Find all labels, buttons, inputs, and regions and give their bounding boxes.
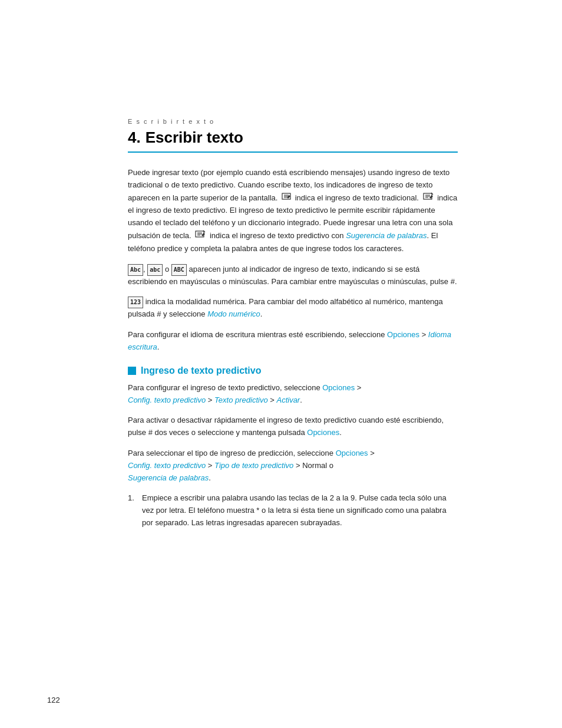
predictive-paragraph-2: Para activar o desactivar rápidamente el… (128, 414, 458, 439)
svg-marker-9 (429, 195, 433, 199)
page-container: E s c r i b i r t e x t o 4.Escribir tex… (0, 0, 562, 728)
section-heading-predictive: Ingreso de texto predictivo (128, 365, 458, 376)
numeric-icon: 123 (128, 297, 143, 308)
chapter-title: 4.Escribir texto (128, 129, 458, 153)
page-number: 122 (47, 696, 60, 704)
chapter-number: 4. (128, 129, 141, 146)
predictive-text-icon2 (195, 229, 206, 239)
numeric-paragraph: 123 indica la modalidad numérica. Para c… (128, 296, 458, 321)
abc-caps-icon: ABC (171, 264, 187, 276)
list-item-1-number: 1. (128, 492, 142, 529)
traditional-text-icon (282, 192, 291, 201)
section-label: E s c r i b i r t e x t o (128, 118, 458, 125)
predictive-paragraph-1: Para configurar el ingreso de texto pred… (128, 382, 458, 407)
activate-link[interactable]: Activar (276, 396, 300, 404)
numeric-mode-link[interactable]: Modo numérico (207, 309, 260, 318)
options-link-p2[interactable]: Opciones (307, 428, 339, 437)
language-paragraph: Para configurar el idioma de escritura m… (128, 329, 458, 354)
word-suggestion-link-2[interactable]: Sugerencia de palabras (128, 473, 209, 482)
config-predictive-link-2[interactable]: Config. texto predictivo (128, 461, 206, 470)
predictive-text-icon (423, 192, 434, 201)
content-area: E s c r i b i r t e x t o 4.Escribir tex… (81, 0, 481, 582)
svg-marker-4 (287, 195, 290, 199)
options-link-p3[interactable]: Opciones (336, 449, 368, 457)
list-item-1-content: Empiece a escribir una palabra usando la… (142, 492, 458, 529)
list-item-1: 1. Empiece a escribir una palabra usando… (128, 492, 458, 529)
abc-paragraph: Abc, abc o ABC aparecen junto al indicad… (128, 263, 458, 288)
abc-lower-icon: abc (147, 264, 163, 276)
options-link-p1[interactable]: Opciones (322, 383, 355, 392)
type-predictive-link[interactable]: Tipo de texto predictivo (214, 461, 293, 470)
intro-paragraph-1: Puede ingresar texto (por ejemplo cuando… (128, 167, 458, 255)
config-predictive-link[interactable]: Config. texto predictivo (128, 396, 206, 404)
predictive-paragraph-3: Para seleccionar el tipo de ingreso de p… (128, 447, 458, 484)
section-heading-square (128, 367, 136, 375)
section-heading-text: Ingreso de texto predictivo (141, 365, 261, 376)
predictive-text-link[interactable]: Texto predictivo (214, 396, 268, 404)
abc-upper-icon: Abc (128, 264, 143, 276)
word-suggestion-link-1[interactable]: Sugerencia de palabras (346, 231, 427, 240)
svg-marker-15 (201, 233, 205, 236)
options-link-language[interactable]: Opciones (387, 330, 419, 339)
